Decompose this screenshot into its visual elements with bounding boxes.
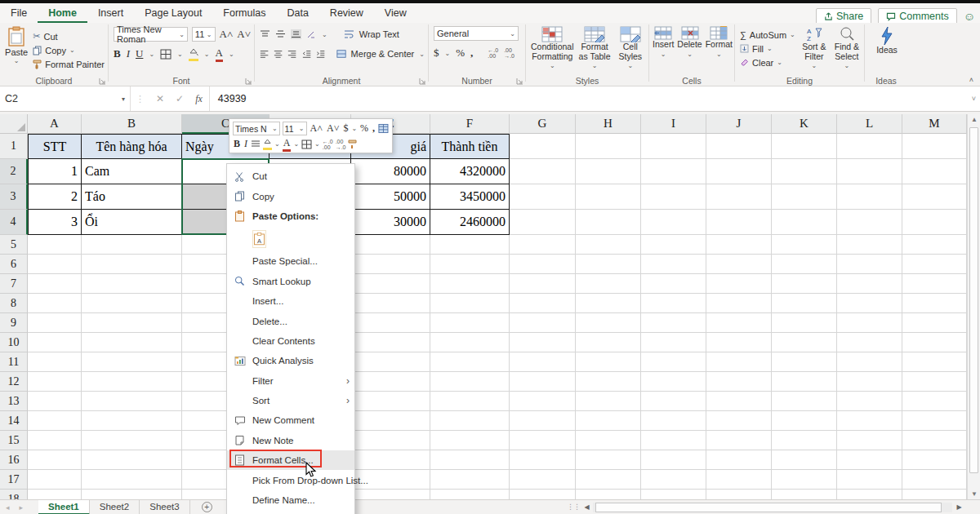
align-top-icon[interactable] — [260, 29, 270, 39]
cell-H8[interactable] — [576, 294, 641, 313]
decrease-font-icon[interactable]: A˅ — [237, 28, 251, 41]
cell-J14[interactable] — [706, 411, 772, 431]
fill-color-icon[interactable] — [189, 47, 198, 61]
font-color-icon[interactable]: A — [216, 47, 223, 62]
sort-filter-button[interactable]: AZ Sort & Filter⌄ — [800, 26, 828, 75]
cell-F4[interactable]: 2460000 — [430, 210, 510, 235]
cell-F18[interactable] — [430, 490, 510, 499]
cell-J3[interactable] — [706, 184, 772, 210]
column-header-L[interactable]: L — [837, 114, 902, 134]
cell-H16[interactable] — [576, 450, 641, 470]
cell-H7[interactable] — [576, 274, 641, 294]
cell-F8[interactable] — [430, 294, 510, 313]
row-header-7[interactable]: 7 — [0, 274, 28, 294]
cell-L12[interactable] — [837, 372, 902, 392]
cell-H1[interactable] — [576, 134, 641, 159]
cell-L1[interactable] — [837, 134, 902, 159]
cell-A9[interactable] — [28, 313, 82, 333]
cell-I11[interactable] — [641, 352, 706, 372]
feedback-smiley-icon[interactable]: ☺ — [964, 10, 975, 23]
find-select-button[interactable]: Find & Select⌄ — [833, 26, 861, 75]
cell-G6[interactable] — [510, 255, 576, 274]
cell-F13[interactable] — [430, 392, 510, 411]
cell-I1[interactable] — [641, 134, 706, 159]
horizontal-scrollbar[interactable] — [593, 503, 952, 512]
cell-J2[interactable] — [706, 159, 772, 184]
cell-B12[interactable] — [82, 372, 182, 392]
row-header-17[interactable]: 17 — [0, 470, 28, 490]
cell-M7[interactable] — [902, 274, 967, 294]
cell-J7[interactable] — [706, 274, 772, 294]
menu-item-clear-contents[interactable]: Clear Contents — [227, 331, 354, 351]
menu-item-format-cells[interactable]: Format Cells... — [227, 450, 354, 470]
cell-B15[interactable] — [82, 431, 182, 450]
cell-L6[interactable] — [837, 255, 902, 274]
mini-decrease-decimal-icon[interactable]: .00→.0 — [336, 139, 346, 150]
cell-J17[interactable] — [706, 470, 772, 490]
paste-button[interactable]: Paste ⌄ — [5, 26, 28, 75]
cell-G14[interactable] — [510, 411, 576, 431]
mini-percent-icon[interactable]: % — [359, 122, 369, 135]
cell-I3[interactable] — [641, 184, 706, 210]
wrap-text-label[interactable]: Wrap Text — [359, 29, 399, 39]
cell-B14[interactable] — [82, 411, 182, 431]
row-header-10[interactable]: 10 — [0, 333, 28, 352]
conditional-formatting-button[interactable]: Conditional Formatting⌄ — [531, 26, 574, 75]
cell-J11[interactable] — [706, 352, 772, 372]
column-header-G[interactable]: G — [510, 114, 576, 134]
cell-A3[interactable]: 2 — [28, 184, 82, 210]
cell-A4[interactable]: 3 — [28, 210, 82, 235]
cell-B3[interactable]: Táo — [82, 184, 182, 210]
cell-I13[interactable] — [641, 392, 706, 411]
increase-decimal-icon[interactable]: ←.0.00 — [488, 47, 498, 59]
cell-K1[interactable] — [772, 134, 837, 159]
cell-G12[interactable] — [510, 372, 576, 392]
cell-K9[interactable] — [772, 313, 837, 333]
row-header-5[interactable]: 5 — [0, 235, 28, 255]
mini-increase-decimal-icon[interactable]: ←.0.00 — [323, 139, 333, 150]
cell-I14[interactable] — [641, 411, 706, 431]
wrap-text-icon[interactable] — [344, 29, 354, 39]
cell-A14[interactable] — [28, 411, 82, 431]
row-header-11[interactable]: 11 — [0, 352, 28, 372]
cell-J4[interactable] — [706, 210, 772, 235]
merge-center-icon[interactable] — [336, 49, 346, 59]
format-cells-button-ribbon[interactable]: Format⌄ — [706, 26, 733, 75]
cell-M3[interactable] — [902, 184, 967, 210]
cell-E8[interactable] — [351, 294, 430, 313]
font-name-combo[interactable]: Times New Roman⌄ — [114, 27, 188, 42]
cell-H11[interactable] — [576, 352, 641, 372]
cell-G16[interactable] — [510, 450, 576, 470]
cell-M8[interactable] — [902, 294, 967, 313]
cell-F5[interactable] — [430, 235, 510, 255]
mini-accounting-icon[interactable]: $ — [342, 122, 349, 135]
scroll-up-icon[interactable]: ▲ — [968, 116, 980, 123]
increase-indent-icon[interactable] — [316, 49, 325, 59]
row-header-6[interactable]: 6 — [0, 255, 28, 274]
cell-I2[interactable] — [641, 159, 706, 184]
menu-item-filter[interactable]: Filter› — [227, 371, 354, 391]
cell-A7[interactable] — [28, 274, 82, 294]
cell-B5[interactable] — [82, 235, 182, 255]
cell-I5[interactable] — [641, 235, 706, 255]
cell-H14[interactable] — [576, 411, 641, 431]
comments-button[interactable]: Comments — [878, 8, 956, 24]
cell-M14[interactable] — [902, 411, 967, 431]
font-dialog-launcher-icon[interactable] — [245, 78, 252, 85]
cell-A5[interactable] — [28, 235, 82, 255]
cell-I18[interactable] — [641, 490, 706, 499]
cell-F12[interactable] — [430, 372, 510, 392]
cell-G1[interactable] — [510, 134, 576, 159]
cell-B13[interactable] — [82, 392, 182, 411]
column-header-M[interactable]: M — [902, 114, 967, 134]
cell-J6[interactable] — [706, 255, 772, 274]
cell-H12[interactable] — [576, 372, 641, 392]
menu-item-sort[interactable]: Sort› — [227, 391, 354, 410]
row-header-8[interactable]: 8 — [0, 294, 28, 313]
cell-L4[interactable] — [837, 210, 902, 235]
mini-font-name-combo[interactable]: Times N⌄ — [233, 122, 280, 135]
cell-K13[interactable] — [772, 392, 837, 411]
cell-L5[interactable] — [837, 235, 902, 255]
mini-font-size-combo[interactable]: 11⌄ — [283, 122, 307, 135]
format-as-table-button[interactable]: Format as Table⌄ — [576, 26, 614, 75]
